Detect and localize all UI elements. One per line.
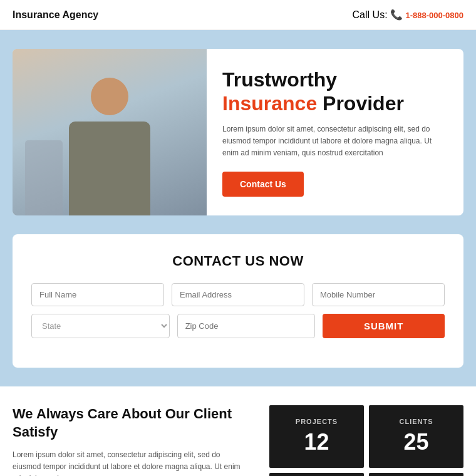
stat-card-clients: CLIENTS 25 bbox=[369, 405, 463, 468]
stat-label-clients: CLIENTS bbox=[399, 418, 433, 425]
stat-card-projects: PROJECTS 12 bbox=[269, 405, 364, 468]
site-header: Insurance Agency Call Us: 📞 1-888-000-08… bbox=[0, 0, 476, 30]
form-row-1 bbox=[31, 283, 445, 306]
stat-card-team: OUR TEAM 6 bbox=[269, 473, 364, 476]
hero-description: Lorem ipsum dolor sit amet, consectetur … bbox=[222, 123, 445, 160]
hero-image bbox=[13, 49, 207, 215]
person-head bbox=[91, 78, 128, 115]
hero-cta-button[interactable]: Contact Us bbox=[222, 172, 304, 197]
email-input[interactable] bbox=[172, 283, 304, 306]
stats-heading: We Always Care About Our Client Satisfy bbox=[13, 405, 251, 441]
person-body bbox=[69, 122, 150, 215]
site-logo: Insurance Agency bbox=[13, 9, 98, 21]
stat-number-projects: 12 bbox=[304, 429, 329, 455]
hero-card: Trustworthy Insurance Provider Lorem ips… bbox=[13, 49, 463, 215]
state-select[interactable]: State Alabama Alaska Arizona California … bbox=[31, 314, 170, 338]
stats-section: We Always Care About Our Client Satisfy … bbox=[0, 386, 476, 476]
stats-left: We Always Care About Our Client Satisfy … bbox=[13, 405, 257, 476]
form-row-2: State Alabama Alaska Arizona California … bbox=[31, 314, 445, 338]
zip-input[interactable] bbox=[177, 314, 316, 338]
contact-section: CONTACT US NOW State Alabama Alaska Ariz… bbox=[0, 234, 476, 386]
stats-description: Lorem ipsum dolor sit amet, consectetur … bbox=[13, 449, 251, 476]
stat-label-projects: PROJECTS bbox=[296, 418, 338, 425]
full-name-input[interactable] bbox=[31, 283, 164, 306]
contact-form: State Alabama Alaska Arizona California … bbox=[31, 283, 445, 338]
hero-section: Trustworthy Insurance Provider Lorem ips… bbox=[0, 30, 476, 234]
stats-right: PROJECTS 12 CLIENTS 25 OUR TEAM 6 AWARDS… bbox=[269, 405, 463, 476]
submit-button[interactable]: SUBMIT bbox=[323, 314, 445, 338]
person-main bbox=[53, 65, 166, 215]
contact-form-title: CONTACT US NOW bbox=[31, 253, 445, 269]
stat-number-clients: 25 bbox=[403, 429, 428, 455]
call-label: Call Us: bbox=[353, 9, 388, 20]
stat-card-awards: AWARDS 19 bbox=[369, 473, 463, 476]
contact-card: CONTACT US NOW State Alabama Alaska Ariz… bbox=[13, 234, 463, 368]
mobile-input[interactable] bbox=[312, 283, 445, 306]
hero-content: Trustworthy Insurance Provider Lorem ips… bbox=[207, 49, 463, 215]
phone-section: Call Us: 📞 1-888-000-0800 bbox=[353, 9, 463, 21]
hero-title: Trustworthy Insurance Provider bbox=[222, 68, 445, 116]
phone-number[interactable]: 1-888-000-0800 bbox=[405, 11, 463, 20]
